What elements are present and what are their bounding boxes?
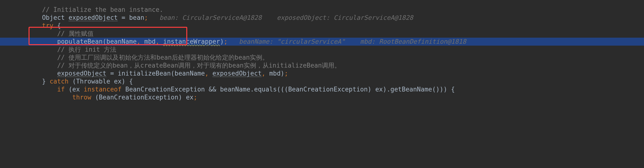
arg-beanName: beanName [175,70,205,77]
inlay-hint: mbd: [360,38,379,45]
code-line[interactable]: // 属性赋值 [0,30,644,38]
kw-instanceof: instanceof [84,86,122,93]
current-execution-line[interactable]: populateBean(beanName, mbd, instanceWrap… [0,38,644,46]
code-line[interactable]: // 对于传统定义的bean，从createBean调用，对于现有的bean实例… [0,62,644,70]
var-exposedObject: exposedObject [57,70,106,77]
var-beanName: beanName [220,86,250,93]
inlay-value: "circularServiceA" [277,38,345,45]
code: } catch (Throwable ex) { [27,78,644,85]
var-bean: bean [129,14,144,21]
kw-try: try [42,22,54,29]
type-object: Object [42,14,69,21]
comment: // 对于传统定义的bean，从createBean调用，对于现有的bean实例… [57,62,341,69]
arg-mbd: mbd [144,38,156,45]
code-line[interactable]: if (ex instanceof BeanCreationException … [0,85,644,93]
code: // 执行 init 方法 [27,46,644,54]
kw-if: if [57,86,64,93]
inlay-hint: bean: [160,14,182,21]
code: Object exposedObject = bean; bean: Circu… [27,14,644,22]
code-line[interactable]: Object exposedObject = bean; bean: Circu… [0,14,644,22]
code-line[interactable]: // Initialize the bean instance. [0,6,644,14]
code: // 使用工厂回调以及初始化方法和bean后处理器初始化给定的bean实例。 [27,54,644,62]
arg-exposedObject: exposedObject [212,70,262,77]
code: if (ex instanceof BeanCreationException … [27,85,644,93]
var-ex: ex [114,78,122,85]
comment: // 执行 init 方法 [57,46,116,53]
code: try { [27,22,644,30]
comment: // Initialize the bean instance. [42,6,163,13]
kw-throw: throw [72,94,91,101]
code: exposedObject = initializeBean(beanName,… [27,70,644,78]
code: throw (BeanCreationException) ex; [27,93,644,101]
kw-catch: catch [50,78,68,85]
inlay-value: CircularServiceA@1828 [334,14,413,21]
arg-instanceWrapper: instanceWrapper [163,38,220,45]
comment: // 属性赋值 [57,30,94,37]
call-populateBean: populateBean [57,38,102,45]
code-line[interactable]: // 使用工厂回调以及初始化方法和bean后处理器初始化给定的bean实例。 [0,54,644,62]
inlay-hint: exposedObject: [277,14,334,21]
inlay-hint: beanName: [239,38,277,45]
code: populateBean(beanName, mbd, instanceWrap… [27,38,644,46]
code: // 对于传统定义的bean，从createBean调用，对于现有的bean实例… [27,62,644,70]
inlay-value: RootBeanDefinition@1818 [379,38,466,45]
comment: // 使用工厂回调以及初始化方法和bean后处理器初始化给定的bean实例。 [57,54,268,61]
code: // 属性赋值 [27,30,644,38]
code-line[interactable]: try { [0,22,644,30]
arg-beanName: beanName [106,38,137,45]
code-line[interactable]: throw (BeanCreationException) ex; [0,93,644,101]
inlay-value: CircularServiceA@1828 [182,14,262,21]
code-line[interactable]: } catch (Throwable ex) { [0,78,644,85]
call-initializeBean: initializeBean [118,70,171,77]
code: // Initialize the bean instance. [27,6,644,14]
arg-mbd: mbd [269,70,281,77]
var-exposedObject: exposedObject [68,14,118,21]
code-editor[interactable]: // Initialize the bean instance. Object … [0,0,644,101]
code-line[interactable]: exposedObject = initializeBean(beanName,… [0,70,644,78]
type-throwable: Throwable [76,78,114,85]
code-line[interactable]: // 执行 init 方法 [0,46,644,54]
